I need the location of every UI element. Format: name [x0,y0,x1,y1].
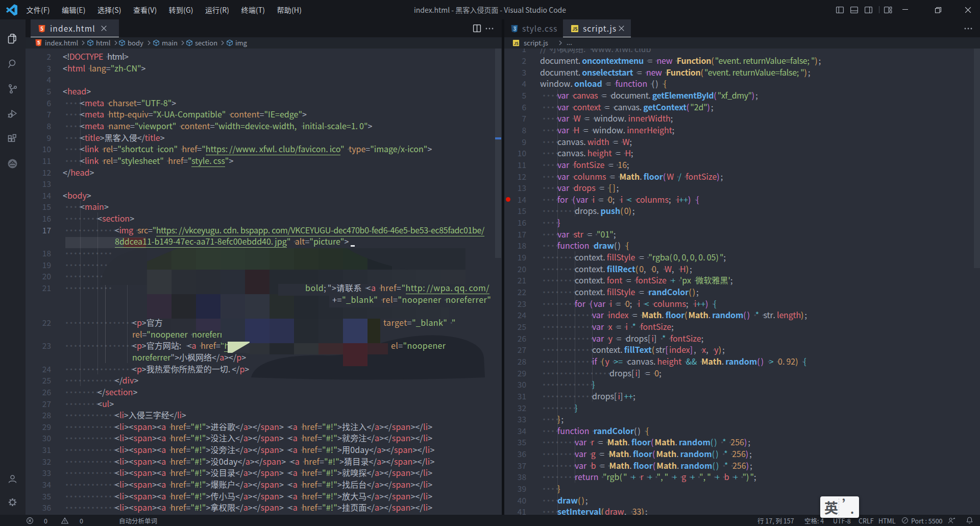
svg-text:3: 3 [513,25,516,32]
svg-text:JS: JS [514,40,519,46]
svg-text:JS: JS [572,26,577,32]
svg-text:5: 5 [40,25,43,32]
svg-text:5: 5 [37,39,40,46]
